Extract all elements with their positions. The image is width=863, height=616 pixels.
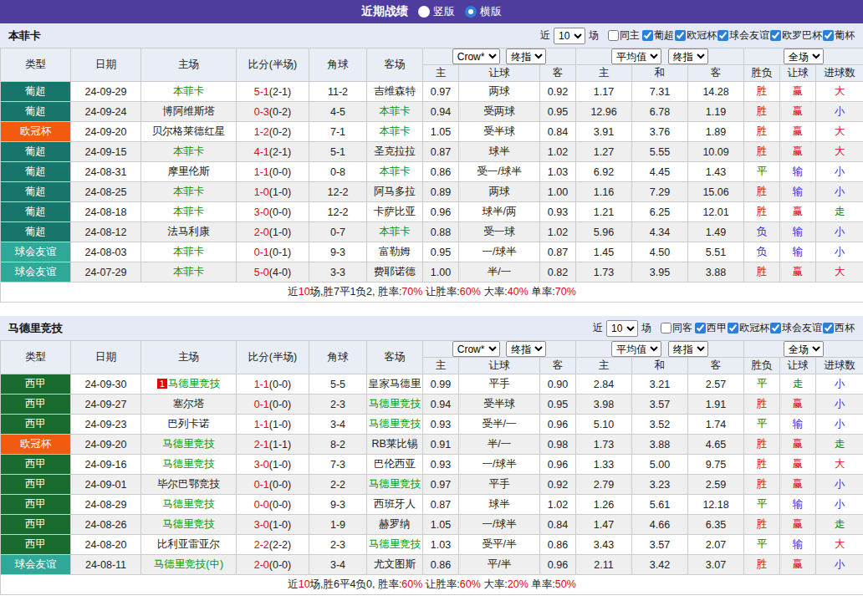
league-checkbox[interactable] <box>728 323 738 333</box>
league-filter[interactable]: 西杯 <box>822 321 855 335</box>
match-row: 葡超24-09-15本菲卡4-1(2-1)5-1圣克拉拉0.87球半1.021.… <box>1 142 863 162</box>
avg-draw-odds: 7.29 <box>632 182 688 202</box>
odds-source-select[interactable]: Crow* <box>452 48 500 64</box>
scope-select[interactable]: 全场 <box>784 341 824 357</box>
same-venue-filter[interactable]: 同主 <box>607 28 640 43</box>
final-index-select[interactable]: 终指 <box>506 48 546 64</box>
average-select[interactable]: 平均值 <box>611 341 661 357</box>
league-checkbox[interactable] <box>695 323 706 333</box>
result-handicap: 赢 <box>780 122 816 142</box>
result-goals: 小 <box>816 374 863 395</box>
league-filter[interactable]: 葡超 <box>641 28 674 43</box>
final-index-select-2[interactable]: 终指 <box>668 48 708 64</box>
away-team: 皇家马德里 <box>367 374 423 395</box>
radio-selected-icon[interactable] <box>465 6 477 18</box>
league-filter[interactable]: 球会友谊 <box>769 321 822 335</box>
layout-radio-horizontal[interactable]: 横版 <box>465 4 502 19</box>
section-divider <box>0 303 863 316</box>
result-handicap: 赢 <box>780 435 816 455</box>
same-venue-checkbox[interactable] <box>608 30 619 41</box>
layout-radio-vertical[interactable]: 竖版 <box>418 4 455 19</box>
handicap-line: 受一球 <box>459 222 540 242</box>
result-handicap: 赢 <box>780 475 816 495</box>
col-away: 客场 <box>367 48 423 82</box>
summary-segment: 场,胜6平4负0, 胜率: <box>310 578 402 590</box>
halftime-score: (4-0) <box>269 267 291 278</box>
same-venue-label: 同客 <box>672 321 692 335</box>
league-filter[interactable]: 球会友谊 <box>717 28 769 43</box>
match-score: 1-1(0-0) <box>237 162 309 182</box>
league-checkbox[interactable] <box>823 323 834 333</box>
league-filter-label: 西杯 <box>835 321 855 335</box>
league-checkbox[interactable] <box>823 30 834 41</box>
handicap-line: 受半球 <box>459 122 540 142</box>
handicap-line: 球半 <box>459 495 540 515</box>
radio-label-vertical: 竖版 <box>433 4 455 19</box>
avg-home-odds: 2.11 <box>576 555 632 575</box>
league-checkbox[interactable] <box>642 30 653 41</box>
average-select[interactable]: 平均值 <box>611 48 661 64</box>
league-filter[interactable]: 欧冠杯 <box>674 28 717 43</box>
summary-segment: 60% <box>460 578 481 590</box>
fulltime-score: 0-1 <box>254 399 269 410</box>
halftime-score: (0-0) <box>269 559 291 571</box>
odds-source-select[interactable]: Crow* <box>452 341 500 357</box>
games-count-select[interactable]: 10 <box>606 320 638 337</box>
away-team-name: 本菲卡 <box>379 105 411 117</box>
league-checkbox[interactable] <box>675 30 686 41</box>
handicap-away-odds: 0.82 <box>540 262 576 283</box>
subcol-avg-draw: 和 <box>632 358 688 374</box>
handicap-line: 平/半 <box>459 555 540 575</box>
halftime-score: (0-2) <box>269 106 291 118</box>
result-outcome: 负 <box>744 222 780 242</box>
fulltime-score: 1-1 <box>254 379 269 390</box>
subcol-avg-home: 主 <box>576 65 632 82</box>
radio-icon[interactable] <box>418 6 430 18</box>
result-goals: 小 <box>816 475 863 495</box>
corner-score: 0-8 <box>309 162 367 182</box>
corner-score: 2-3 <box>309 535 367 555</box>
games-count-select[interactable]: 10 <box>554 28 585 44</box>
corner-score: 8-2 <box>309 435 367 455</box>
subcol-outcome: 胜负 <box>744 358 780 374</box>
league-filter[interactable]: 西甲 <box>694 321 727 335</box>
subcol-home-odds: 主 <box>423 65 459 82</box>
col-date: 日期 <box>71 341 141 374</box>
corner-score: 3-4 <box>309 415 367 435</box>
same-venue-checkbox[interactable] <box>661 323 672 333</box>
summary-line: 近10场,胜6平4负0, 胜率:60% 让胜率:60% 大率:20% 单率:50… <box>288 578 576 590</box>
home-team-name: 本菲卡 <box>173 145 205 157</box>
result-handicap: 赢 <box>780 262 816 283</box>
result-handicap: 赢 <box>780 202 816 222</box>
league-filter-label: 葡超 <box>654 28 674 43</box>
away-team: 巴伦西亚 <box>367 455 423 475</box>
final-index-select[interactable]: 终指 <box>506 341 546 357</box>
avg-home-odds: 5.96 <box>576 222 632 242</box>
league-filter[interactable]: 欧罗巴杯 <box>769 28 822 43</box>
col-type: 类型 <box>1 341 71 374</box>
match-score: 4-1(2-1) <box>237 142 309 162</box>
league-filter[interactable]: 葡杯 <box>822 28 855 43</box>
match-score: 1-1(0-0) <box>237 374 309 395</box>
avg-draw-odds: 3.42 <box>632 555 688 575</box>
league-badge: 欧冠杯 <box>1 435 71 455</box>
away-team-name: 皇家马德里 <box>369 378 421 389</box>
away-team-name: 马德里竞技 <box>369 418 421 430</box>
titlebar: 近期战绩 竖版 横版 <box>0 0 863 23</box>
avg-home-odds: 2.79 <box>576 475 632 495</box>
final-index-select-2[interactable]: 终指 <box>668 341 708 357</box>
handicap-away-odds: 0.96 <box>540 415 576 435</box>
league-badge: 葡超 <box>1 202 71 222</box>
avg-draw-odds: 4.50 <box>632 242 688 262</box>
same-venue-filter[interactable]: 同客 <box>660 321 692 335</box>
avg-draw-odds: 3.95 <box>632 262 688 283</box>
subcol-away-odds: 客 <box>540 358 576 374</box>
home-team-name: 贝尔格莱德红星 <box>152 125 226 137</box>
league-checkbox[interactable] <box>770 30 781 41</box>
league-checkbox[interactable] <box>717 30 728 41</box>
league-checkbox[interactable] <box>770 323 781 333</box>
handicap-line: 半/一 <box>459 262 540 283</box>
home-team: 本菲卡 <box>141 142 237 162</box>
scope-select[interactable]: 全场 <box>784 48 824 64</box>
league-filter[interactable]: 欧冠杯 <box>727 321 769 335</box>
